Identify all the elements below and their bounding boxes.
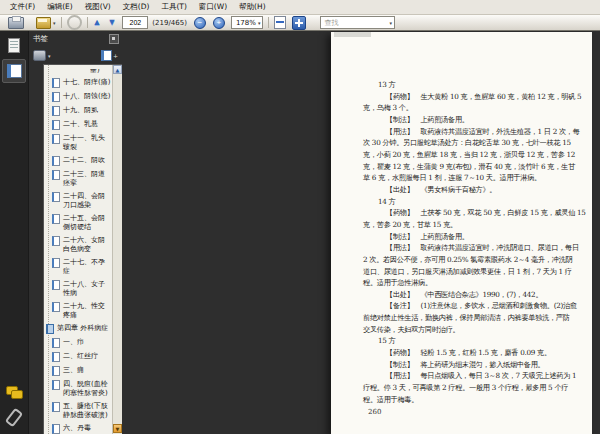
toolbar-divider <box>61 17 62 28</box>
previous-page-button[interactable]: ▲ <box>93 16 102 29</box>
document-text-line: 14 方 <box>363 196 582 208</box>
document-text-line: 克，瞿麦 12 克，生蒲黄 9 克(布包)，滑石 40 克，淡竹叶 6 克，生甘 <box>363 161 582 173</box>
toolbar: ▾ ▲ ▼ (219/465) − + 178% ▾ ▾ <box>0 15 600 31</box>
email-button[interactable]: ▾ <box>24 16 56 29</box>
bookmarks-panel: 书签 ▾ + 垂) <box>29 31 122 434</box>
menu-item[interactable]: 编辑(E) <box>41 0 79 14</box>
zoom-out-button[interactable]: − <box>194 17 206 29</box>
page-number-label: 260 <box>363 408 582 416</box>
pages-icon <box>8 38 20 53</box>
bookmark-page-icon <box>52 302 60 312</box>
chevron-down-icon: ▾ <box>258 20 261 26</box>
bookmark-item[interactable]: 十七、阴痒(痛) <box>52 78 113 88</box>
bookmark-item[interactable]: 六、丹毒 <box>52 424 113 434</box>
expand-bookmark-icon <box>101 50 112 61</box>
zoom-level-value: 178% <box>236 19 256 27</box>
document-text-line: 【备注】 (1)注意休息，多饮水，忌烟酒和刺激食物。(2)治愈 <box>363 300 582 312</box>
page-text-block: 13 方【药物】 生大黄粉 10 克，鱼腥草 60 克，黄柏 12 克，明矾 5… <box>363 79 582 416</box>
scan-edge-artifact <box>334 32 371 37</box>
bookmark-page-icon <box>52 402 60 412</box>
bookmark-page-icon <box>52 192 60 202</box>
bookmark-page-icon <box>52 106 60 116</box>
menu-item[interactable]: 窗口(W) <box>193 0 233 14</box>
document-text-line: 【药物】 生大黄粉 10 克，鱼腥草 60 克，黄柏 12 克，明矾 5 <box>363 91 582 103</box>
zoom-in-button[interactable]: + <box>213 17 225 29</box>
document-text-line: 克，苦参 20 克，甘草 15 克。 <box>363 219 582 231</box>
bookmarks-tree: 垂) 十七、阴痒(痛) 十八、阴蚀(疮) 十九、阴虱 二十、乳悬 <box>43 64 122 434</box>
bookmarks-scrollbar[interactable]: ▲ ▼ <box>112 65 122 434</box>
bookmark-label: 二十、乳悬 <box>63 120 111 130</box>
bookmark-item[interactable]: 二十三、阴道痉挛 <box>52 170 113 188</box>
next-page-button[interactable]: ▼ <box>107 16 116 29</box>
bookmark-page-icon <box>52 424 60 434</box>
previous-view-button[interactable] <box>67 16 82 29</box>
document-text-line: 次 30 分钟。另口服蛇草汤处方：白花蛇舌草 30 克，七叶一枝花 15 <box>363 137 582 149</box>
scroll-up-button[interactable]: ▲ <box>113 65 122 74</box>
bookmark-item[interactable]: 二、红丝疔 <box>52 352 113 362</box>
find-input[interactable] <box>321 18 387 27</box>
bookmark-item[interactable]: 二十七、不孕症 <box>52 258 113 276</box>
attachments-tab[interactable] <box>3 406 25 428</box>
bookmark-page-icon <box>52 366 60 376</box>
comments-tab[interactable] <box>3 381 25 403</box>
print-button[interactable] <box>8 16 24 29</box>
menu-item[interactable]: 帮助(H) <box>233 0 272 14</box>
fullscreen-button[interactable] <box>286 16 306 29</box>
bookmark-item[interactable]: 二十九、性交疼痛 <box>52 302 113 320</box>
bookmark-item[interactable]: 二十、乳悬 <box>52 120 113 130</box>
bookmark-label: 垂) <box>90 69 113 75</box>
panel-title: 书签 <box>33 34 109 44</box>
bookmark-item[interactable]: 一、疖 <box>52 338 113 348</box>
options-icon <box>33 50 46 61</box>
zoom-level-select[interactable]: 178% ▾ <box>231 16 264 29</box>
find-options-chevron-icon[interactable]: ▾ <box>389 20 392 26</box>
bookmark-item[interactable]: 垂) <box>90 69 113 75</box>
menu-item[interactable]: 工具(T) <box>155 0 192 14</box>
document-text-line: 【出处】 《中西医结合杂志》1990，(7)，442。 <box>363 289 582 301</box>
chevron-down-icon: ▾ <box>48 53 51 59</box>
menu-item[interactable]: 文档(D) <box>117 0 156 14</box>
pages-tab[interactable] <box>3 34 25 56</box>
bookmark-page-icon <box>52 258 60 268</box>
comments-icon <box>6 386 22 398</box>
bookmark-label: 一、疖 <box>63 338 111 348</box>
bookmark-item[interactable]: 第四章 外科病症 <box>46 324 113 334</box>
page-number-input[interactable] <box>122 16 148 29</box>
fit-width-button[interactable] <box>274 16 286 29</box>
bookmark-label: 二、红丝疔 <box>63 352 111 362</box>
document-text-line: 道口、尿道口，另口服灭淋汤加减则效果更佳，日 1 剂，7 天为 1 疗 <box>363 266 582 278</box>
document-text-line: 程。适用于梅毒。 <box>363 394 582 406</box>
document-text-line: 2 次。若因公不便，亦可用 0.25% 氯霉素眼药水 2～4 毫升，冲洗阴 <box>363 254 582 266</box>
bookmark-label: 六、丹毒 <box>63 424 111 434</box>
bookmark-item[interactable]: 二十六、女阴白色病变 <box>52 236 113 254</box>
bookmark-label: 二十七、不孕症 <box>63 258 111 276</box>
bookmark-item[interactable]: 四、脱疽(血栓闭塞性脉管炎) <box>52 380 113 398</box>
bookmark-item[interactable]: 二十一、乳头皲裂 <box>52 134 113 152</box>
bookmark-item[interactable]: 十九、阴虱 <box>52 106 113 116</box>
document-text-line: 【用法】 每日点烟吸入，每日 3～8 次，7 天吸完上述药为 1 <box>363 370 582 382</box>
document-text-line: 【制法】 上药煎汤备用。 <box>363 114 582 126</box>
bookmarks-tab[interactable] <box>2 59 26 83</box>
expand-current-bookmark-button[interactable]: + <box>101 50 118 61</box>
bookmark-label: 二十九、性交疼痛 <box>63 302 111 320</box>
panel-menu-button[interactable] <box>109 34 119 44</box>
bookmark-item[interactable]: 五、臁疮(下肢静脉曲张破溃) <box>52 402 113 420</box>
bookmark-item[interactable]: 二十二、阴吹 <box>52 156 113 166</box>
bookmark-item[interactable]: 二十四、会阴刀口感染 <box>52 192 113 210</box>
menu-item[interactable]: 视图(V) <box>79 0 117 14</box>
bookmark-item[interactable]: 十八、阴蚀(疮) <box>52 92 113 102</box>
menu-item[interactable]: 文件(F) <box>4 0 41 14</box>
document-text-line: 【用法】 取药液待其温度适宜时，外洗生殖器，1 日 2 次，每 <box>363 126 582 138</box>
printer-icon <box>8 17 24 29</box>
bookmark-item[interactable]: 三、痈 <box>52 366 113 376</box>
bookmark-item[interactable]: 二十八、女子性病 <box>52 280 113 298</box>
bookmark-options-button[interactable]: ▾ <box>33 50 51 61</box>
scroll-down-button[interactable]: ▼ <box>113 424 122 433</box>
bookmark-item[interactable]: 二十五、会阴侧切硬结 <box>52 214 113 232</box>
document-text-line: 交叉传染，夫妇双方同时治疗。 <box>363 324 582 336</box>
document-text-line: 【用法】 取药液待其温度适宜时，冲洗阴道口、尿道口，每日 <box>363 242 582 254</box>
document-text-line: 【药物】 轻粉 1.5 克，红粉 1.5 克，麝香 0.09 克。 <box>363 347 582 359</box>
bookmark-label: 二十四、会阴刀口感染 <box>63 192 111 210</box>
document-text-line: 【出处】 《男女科病千百秘方》。 <box>363 184 582 196</box>
bookmark-page-icon <box>52 352 60 362</box>
